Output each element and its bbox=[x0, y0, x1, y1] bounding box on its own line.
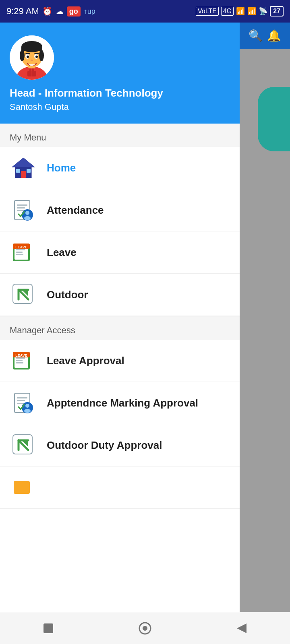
menu-item-home[interactable]: Home bbox=[0, 147, 240, 189]
svg-point-29 bbox=[25, 211, 29, 215]
time-display: 9:29 AM bbox=[6, 6, 39, 17]
svg-rect-46 bbox=[16, 362, 23, 363]
leave-approval-menu-icon: LEAVE bbox=[10, 347, 37, 374]
user-role-label: Head - Information Technology bbox=[10, 87, 163, 99]
bottom-navigation-bar bbox=[0, 612, 290, 644]
svg-rect-7 bbox=[21, 47, 42, 51]
manager-access-section-label: Manager Access bbox=[0, 316, 240, 340]
svg-rect-25 bbox=[17, 204, 27, 206]
home-menu-icon bbox=[10, 154, 37, 182]
attendance-marking-approval-menu-label: Apptendnce Marking Approval bbox=[47, 397, 198, 409]
svg-rect-35 bbox=[16, 249, 25, 250]
attendance-menu-label: Attendance bbox=[47, 204, 104, 217]
menu-item-more[interactable] bbox=[0, 466, 240, 509]
svg-point-16 bbox=[31, 60, 33, 61]
svg-point-12 bbox=[27, 56, 29, 58]
svg-rect-44 bbox=[16, 357, 25, 359]
svg-point-9 bbox=[39, 50, 44, 61]
4g-icon: 4G bbox=[221, 7, 234, 16]
user-name-label: Santosh Gupta bbox=[10, 102, 69, 112]
wifi-icon: 📡 bbox=[259, 7, 267, 16]
outdoor-duty-approval-menu-label: Outdoor Duty Approval bbox=[47, 439, 162, 452]
svg-point-52 bbox=[25, 404, 29, 408]
home-menu-label: Home bbox=[47, 162, 76, 174]
svg-rect-36 bbox=[16, 252, 23, 253]
signal-icon-1: 📶 bbox=[236, 7, 245, 16]
status-icons-right: VoLTE 4G 📶 📶 📡 27 bbox=[196, 6, 284, 17]
svg-rect-56 bbox=[14, 481, 30, 494]
svg-rect-49 bbox=[17, 400, 25, 401]
cloud-icon: ☁ bbox=[56, 6, 64, 16]
battery-indicator: 27 bbox=[270, 6, 284, 17]
menu-item-outdoor-duty-approval[interactable]: Outdoor Duty Approval bbox=[0, 424, 240, 466]
volte-icon: VoLTE bbox=[196, 7, 219, 16]
svg-point-13 bbox=[35, 56, 38, 58]
menu-item-attendance[interactable]: Attendance bbox=[0, 189, 240, 231]
menu-item-leave[interactable]: LEAVE Leave bbox=[0, 231, 240, 274]
svg-rect-26 bbox=[17, 207, 25, 208]
leave-menu-label: Leave bbox=[47, 246, 77, 259]
svg-marker-60 bbox=[237, 623, 246, 633]
svg-marker-23 bbox=[12, 158, 35, 167]
my-menu-section-label: My Menu bbox=[0, 124, 240, 147]
svg-point-59 bbox=[143, 626, 147, 631]
search-icon[interactable]: 🔍 bbox=[249, 29, 263, 42]
menu-item-outdoor[interactable]: Outdoor bbox=[0, 274, 240, 316]
drawer-header: Head - Information Technology Santosh Gu… bbox=[0, 23, 240, 124]
menu-item-leave-approval[interactable]: LEAVE Leave Approval bbox=[0, 340, 240, 382]
status-time-area: 9:29 AM ⏰ ☁ go ↑up bbox=[6, 6, 95, 17]
svg-rect-21 bbox=[16, 169, 20, 173]
signal-icon-2: 📶 bbox=[247, 7, 256, 16]
outdoor-duty-approval-menu-icon bbox=[10, 431, 37, 459]
back-button[interactable] bbox=[230, 616, 254, 640]
svg-point-53 bbox=[24, 409, 31, 413]
status-bar: 9:29 AM ⏰ ☁ go ↑up VoLTE 4G 📶 📶 📡 27 bbox=[0, 0, 290, 23]
go-icon: go bbox=[67, 6, 81, 17]
svg-text:LEAVE: LEAVE bbox=[15, 353, 27, 357]
svg-point-30 bbox=[24, 216, 31, 220]
svg-rect-15 bbox=[34, 53, 39, 54]
attendance-marking-approval-menu-icon bbox=[10, 389, 37, 417]
notification-icon[interactable]: 🔔 bbox=[267, 29, 281, 42]
svg-point-8 bbox=[20, 50, 25, 61]
svg-rect-14 bbox=[25, 53, 30, 54]
outdoor-menu-label: Outdoor bbox=[47, 289, 88, 301]
more-menu-icon bbox=[10, 474, 37, 501]
svg-rect-57 bbox=[44, 623, 53, 633]
svg-rect-20 bbox=[21, 171, 26, 178]
outdoor-menu-icon bbox=[10, 281, 37, 308]
menu-item-attendance-marking-approval[interactable]: Apptendnce Marking Approval bbox=[0, 382, 240, 424]
main-layout: Head - Information Technology Santosh Gu… bbox=[0, 23, 290, 644]
svg-rect-22 bbox=[27, 169, 31, 173]
green-fab-button[interactable] bbox=[258, 87, 290, 151]
attendance-menu-icon bbox=[10, 196, 37, 224]
svg-text:LEAVE: LEAVE bbox=[15, 245, 27, 249]
navigation-drawer: Head - Information Technology Santosh Gu… bbox=[0, 23, 240, 644]
alarm-icon: ⏰ bbox=[42, 6, 52, 16]
up-icon: ↑up bbox=[84, 7, 95, 16]
home-button[interactable] bbox=[133, 616, 157, 640]
svg-rect-45 bbox=[16, 360, 23, 361]
user-avatar bbox=[10, 35, 54, 80]
content-behind-drawer: 🔍 🔔 bbox=[240, 23, 290, 644]
leave-menu-icon: LEAVE bbox=[10, 239, 37, 266]
leave-approval-menu-label: Leave Approval bbox=[47, 355, 124, 367]
svg-rect-48 bbox=[17, 397, 27, 398]
svg-rect-37 bbox=[16, 254, 23, 255]
square-button[interactable] bbox=[36, 616, 60, 640]
